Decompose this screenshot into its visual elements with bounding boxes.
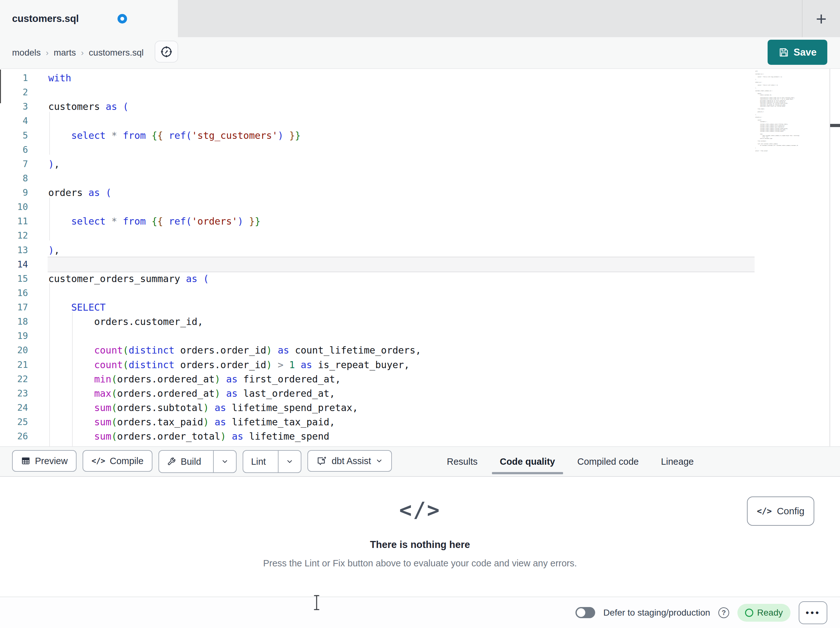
chevron-down-icon <box>221 458 229 465</box>
lint-label: Lint <box>251 456 266 467</box>
code-line[interactable]: 16 <box>0 286 840 300</box>
scrollbar-thumb[interactable] <box>830 124 840 127</box>
line-number: 7 <box>0 159 28 169</box>
breadcrumb-item-models: models <box>12 47 41 58</box>
unsaved-changes-dot-icon <box>117 14 127 24</box>
code-line[interactable]: 21 count(distinct orders.order_id) > 1 a… <box>0 358 840 372</box>
line-content: ), <box>48 245 60 256</box>
more-options-button[interactable]: ••• <box>799 601 827 624</box>
lint-button[interactable]: Lint <box>243 451 273 472</box>
line-number: 23 <box>0 388 28 399</box>
code-line[interactable]: 26 sum(orders.order_total) as lifetime_s… <box>0 429 840 443</box>
line-content: orders as ( <box>48 187 112 198</box>
code-line[interactable]: 2 <box>0 85 840 100</box>
code-line[interactable]: 24 sum(orders.subtotal) as lifetime_spen… <box>0 400 840 415</box>
code-line[interactable]: 3customers as ( <box>0 100 840 114</box>
code-line[interactable]: 25 sum(orders.tax_paid) as lifetime_tax_… <box>0 415 840 429</box>
line-content: min(orders.ordered_at) as first_ordered_… <box>48 373 341 385</box>
code-line[interactable]: 8 <box>0 171 840 185</box>
line-number: 15 <box>0 274 28 284</box>
code-line[interactable]: 6 <box>0 142 840 157</box>
empty-state-title: There is nothing here <box>0 539 840 550</box>
tab-compiled-code[interactable]: Compiled code <box>566 447 650 476</box>
status-circle-icon <box>745 609 753 617</box>
line-content: sum(orders.tax_paid) as lifetime_tax_pai… <box>48 416 335 427</box>
line-number: 22 <box>0 374 28 384</box>
code-line[interactable]: 4 <box>0 114 840 128</box>
help-icon[interactable]: ? <box>718 607 729 618</box>
code-line[interactable]: 5 select * from {{ ref('stg_customers') … <box>0 128 840 142</box>
breadcrumb-item-file: customers.sql <box>89 47 144 58</box>
code-line[interactable]: 12 <box>0 228 840 243</box>
line-content: sum(orders.order_total) as lifetime_spen… <box>48 431 329 442</box>
code-line[interactable]: 14 <box>0 257 840 272</box>
breadcrumb-row: models › marts › customers.sql <box>0 37 840 68</box>
code-line[interactable]: 15customer_orders_summary as ( <box>0 272 840 286</box>
ready-status-badge[interactable]: Ready <box>737 604 791 622</box>
config-button[interactable]: </> Config <box>747 497 814 526</box>
line-content: with <box>48 73 71 84</box>
code-editor[interactable]: 1with23customers as (45 select * from {{… <box>0 68 840 446</box>
line-number: 13 <box>0 245 28 255</box>
tab-strip-divider <box>802 0 802 37</box>
build-button[interactable]: Build <box>159 451 209 472</box>
compass-icon <box>160 45 173 59</box>
code-line[interactable]: 23 max(orders.ordered_at) as last_ordere… <box>0 386 840 400</box>
line-number: 12 <box>0 230 28 241</box>
line-number: 17 <box>0 302 28 313</box>
text-cursor-pointer <box>313 595 321 611</box>
preview-button[interactable]: Preview <box>12 450 77 472</box>
code-line[interactable]: 11 select * from {{ ref('orders') }} <box>0 214 840 228</box>
ready-label: Ready <box>757 607 783 618</box>
line-number: 24 <box>0 402 28 413</box>
line-content: count(distinct orders.order_id) as count… <box>48 345 421 356</box>
line-number: 4 <box>0 115 28 126</box>
new-tab-button[interactable]: + <box>809 7 833 30</box>
dbt-assist-button[interactable]: dbt Assist <box>308 450 392 472</box>
line-number: 3 <box>0 101 28 112</box>
line-number: 21 <box>0 359 28 370</box>
build-split-button: Build <box>158 450 237 473</box>
lint-split-button: Lint <box>243 450 302 473</box>
lint-dropdown-button[interactable] <box>278 451 301 472</box>
action-bar: Preview </> Compile Build <box>0 446 840 477</box>
code-line[interactable]: 9orders as ( <box>0 185 840 200</box>
save-button[interactable]: Save <box>767 40 827 65</box>
code-line[interactable]: 18 orders.customer_id, <box>0 315 840 329</box>
line-number: 6 <box>0 144 28 155</box>
code-line[interactable]: 7), <box>0 157 840 171</box>
code-line[interactable]: 17 SELECT <box>0 300 840 315</box>
line-number: 26 <box>0 431 28 441</box>
line-number: 19 <box>0 331 28 341</box>
code-line[interactable]: 10 <box>0 200 840 214</box>
code-quality-panel: </> There is nothing here Press the Lint… <box>0 477 840 596</box>
save-label: Save <box>794 47 816 58</box>
line-number: 1 <box>0 73 28 83</box>
line-number: 2 <box>0 87 28 98</box>
file-tab-customers-sql[interactable]: customers.sql <box>0 0 178 37</box>
code-line[interactable]: 22 min(orders.ordered_at) as first_order… <box>0 372 840 386</box>
breadcrumb-separator-icon: › <box>81 48 84 58</box>
line-content: orders.customer_id, <box>48 316 203 327</box>
minimap-content: with customers as ( select * from {{ ref… <box>755 71 829 152</box>
status-bar-right: Defer to staging/production ? Ready ••• <box>575 597 827 628</box>
docs-compass-button[interactable] <box>155 41 178 63</box>
code-line[interactable]: 1with <box>0 71 840 85</box>
compile-button[interactable]: </> Compile <box>82 450 152 472</box>
tab-results[interactable]: Results <box>436 447 489 476</box>
compile-label: Compile <box>110 456 144 466</box>
breadcrumb-separator-icon: › <box>46 48 49 58</box>
line-number: 18 <box>0 316 28 327</box>
defer-toggle[interactable] <box>575 607 595 618</box>
line-content: customers as ( <box>48 101 129 112</box>
code-line[interactable]: 20 count(distinct orders.order_id) as co… <box>0 343 840 358</box>
code-line[interactable]: 13), <box>0 243 840 257</box>
table-icon <box>21 456 30 466</box>
build-dropdown-button[interactable] <box>213 451 236 472</box>
tab-lineage[interactable]: Lineage <box>650 447 705 476</box>
minimap[interactable]: with customers as ( select * from {{ ref… <box>755 71 829 215</box>
dbt-assist-label: dbt Assist <box>332 456 371 466</box>
tab-code-quality[interactable]: Code quality <box>489 447 566 476</box>
code-line[interactable]: 19 <box>0 329 840 343</box>
line-content: customer_orders_summary as ( <box>48 273 209 284</box>
